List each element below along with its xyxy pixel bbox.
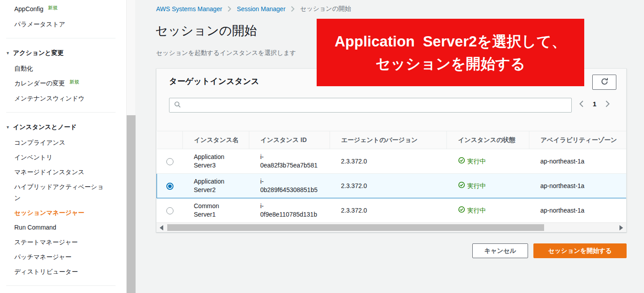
sidebar-divider xyxy=(6,112,116,113)
sidebar-item-label: カレンダーの変更 xyxy=(14,80,65,87)
instance-state-cell: 実行中 xyxy=(447,149,529,174)
sidebar-item-label: Run Command xyxy=(14,224,56,231)
table-row[interactable]: ApplicationServer3 i-0ea82f3b75ea7b581 2… xyxy=(157,149,627,174)
sidebar-item-label: インベントリ xyxy=(14,154,53,161)
column-header-availability-zone: アベイラビリティーゾーン xyxy=(529,131,627,149)
next-page-button[interactable] xyxy=(605,100,610,108)
sidebar-item-parameter-store[interactable]: パラメータストア xyxy=(0,17,126,32)
breadcrumb-link-session-manager[interactable]: Session Manager xyxy=(237,5,285,13)
sidebar-scrollbar-thumb[interactable] xyxy=(127,115,136,293)
chevron-down-icon: ▼ xyxy=(6,125,10,130)
sidebar-item-label: ディストリビューター xyxy=(14,268,78,275)
sidebar-item-maintenance-windows[interactable]: メンテナンスウィンドウ xyxy=(0,91,126,106)
instance-name-cell: CommonServer1 xyxy=(183,198,249,223)
sidebar-item-label: ハイブリッドアクティベーション xyxy=(14,183,103,201)
cancel-button[interactable]: キャンセル xyxy=(472,243,528,258)
annotation-line-1: Application Server2を選択して、 xyxy=(334,33,566,50)
sidebar-item-label: セッションマネージャー xyxy=(14,209,84,216)
scroll-right-arrow-icon[interactable] xyxy=(619,225,623,230)
horizontal-scrollbar-thumb[interactable] xyxy=(167,224,544,231)
sidebar-scrollbar-track[interactable] xyxy=(126,0,135,293)
annotation-overlay: Application Server2を選択して、 セッションを開始する xyxy=(317,19,584,86)
sidebar-item-appconfig[interactable]: AppConfig新規 xyxy=(0,2,126,17)
sidebar-item-label: マネージドインスタンス xyxy=(14,168,84,176)
sidebar-item-state-manager[interactable]: ステートマネージャー xyxy=(0,235,126,250)
status-label: 実行中 xyxy=(467,182,486,190)
sidebar-item-managed-instances[interactable]: マネージドインスタンス xyxy=(0,165,126,180)
annotation-line-2: セッションを開始する xyxy=(376,55,525,73)
sidebar-item-label: AppConfig xyxy=(14,5,43,13)
sidebar-item-label: パラメータストア xyxy=(14,21,65,28)
instance-id-cell: i-0ea82f3b75ea7b581 xyxy=(249,149,330,174)
scroll-left-arrow-icon[interactable] xyxy=(160,225,163,230)
sidebar-item-patch-manager[interactable]: パッチマネージャー xyxy=(0,250,126,264)
sidebar-item-label: ステートマネージャー xyxy=(14,239,78,246)
instance-state-cell: 実行中 xyxy=(447,198,529,223)
sidebar-section-label: アクションと変更 xyxy=(13,49,64,56)
sidebar-item-session-manager[interactable]: セッションマネージャー xyxy=(0,205,126,220)
availability-zone-cell: ap-northeast-1a xyxy=(529,198,627,223)
search-input[interactable] xyxy=(185,102,567,109)
column-header-agent-version: エージェントのバージョン xyxy=(330,131,447,149)
sidebar-item-compliance[interactable]: コンプライアンス xyxy=(0,135,126,150)
chevron-right-icon xyxy=(227,6,231,12)
breadcrumb-link-systems-manager[interactable]: AWS Systems Manager xyxy=(156,5,222,13)
instance-name-cell: ApplicationServer3 xyxy=(183,149,249,174)
sidebar-item-change-calendar[interactable]: カレンダーの変更新規 xyxy=(0,76,126,91)
instance-id-cell: i-0f9e8e110785d131b xyxy=(249,198,330,223)
instances-table: インスタンス名 インスタンス ID エージェントのバージョン インスタンスの状態… xyxy=(157,131,626,223)
new-badge: 新規 xyxy=(70,79,79,84)
page-subtitle: セッションを起動するインスタンスを選択します xyxy=(156,49,296,57)
instance-name-cell: ApplicationServer2 xyxy=(183,174,249,198)
agent-version-cell: 2.3.372.0 xyxy=(330,174,447,198)
search-icon xyxy=(174,101,181,109)
sidebar-section-instances-and-nodes[interactable]: ▼インスタンスとノード xyxy=(0,120,126,135)
sidebar-item-inventory[interactable]: インベントリ xyxy=(0,150,126,165)
breadcrumb: AWS Systems Manager Session Manager セッショ… xyxy=(156,5,351,13)
refresh-icon xyxy=(600,77,609,87)
table-horizontal-scrollbar[interactable] xyxy=(157,222,626,232)
radio-column-header xyxy=(157,131,183,149)
sidebar-item-label: パッチマネージャー xyxy=(14,253,71,260)
status-ok-icon xyxy=(458,181,465,191)
agent-version-cell: 2.3.372.0 xyxy=(330,149,447,174)
new-badge: 新規 xyxy=(48,5,58,10)
status-label: 実行中 xyxy=(467,206,486,215)
target-instances-panel: ターゲットインスタンス 1 xyxy=(156,68,627,232)
previous-page-button[interactable] xyxy=(579,100,584,108)
sidebar-item-distributor[interactable]: ディストリビューター xyxy=(0,264,126,279)
availability-zone-cell: ap-northeast-1a xyxy=(529,174,627,198)
chevron-down-icon: ▼ xyxy=(6,51,10,55)
chevron-right-icon xyxy=(291,6,295,12)
instance-search-box xyxy=(169,98,572,113)
refresh-button[interactable] xyxy=(592,75,616,90)
instances-table-viewport: インスタンス名 インスタンス ID エージェントのバージョン インスタンスの状態… xyxy=(157,131,626,223)
table-row-selected[interactable]: ApplicationServer2 i-0b289f645308851b5 2… xyxy=(157,174,627,198)
panel-title: ターゲットインスタンス xyxy=(169,76,259,87)
row-radio-button-checked[interactable] xyxy=(166,183,173,190)
row-radio-button[interactable] xyxy=(166,207,173,214)
status-ok-icon xyxy=(458,157,465,166)
sidebar-item-automation[interactable]: 自動化 xyxy=(0,61,126,76)
sidebar-item-label: 自動化 xyxy=(14,65,33,72)
sidebar-item-run-command[interactable]: Run Command xyxy=(0,220,126,235)
sidebar-section-actions-and-change[interactable]: ▼アクションと変更 xyxy=(0,46,126,61)
start-session-button[interactable]: セッションを開始する xyxy=(533,243,627,258)
sidebar-item-label: コンプライアンス xyxy=(14,139,66,146)
sidebar-divider xyxy=(6,38,116,38)
instance-state-cell: 実行中 xyxy=(447,174,529,198)
sidebar-item-hybrid-activations[interactable]: ハイブリッドアクティベーション xyxy=(0,180,126,205)
status-ok-icon xyxy=(458,206,465,215)
instance-id-cell: i-0b289f645308851b5 xyxy=(249,174,330,198)
column-header-instance-name: インスタンス名 xyxy=(183,131,249,149)
sidebar-divider xyxy=(6,285,116,286)
sidebar-item-label: メンテナンスウィンドウ xyxy=(14,95,85,102)
page-title: セッションの開始 xyxy=(155,22,257,39)
agent-version-cell: 2.3.372.0 xyxy=(330,198,447,223)
availability-zone-cell: ap-northeast-1a xyxy=(529,149,627,174)
column-header-instance-id: インスタンス ID xyxy=(249,131,330,149)
sidebar: AppConfig新規 パラメータストア ▼アクションと変更 自動化 カレンダー… xyxy=(0,0,126,293)
breadcrumb-current: セッションの開始 xyxy=(300,5,351,13)
row-radio-button[interactable] xyxy=(166,158,173,165)
table-row[interactable]: CommonServer1 i-0f9e8e110785d131b 2.3.37… xyxy=(157,198,627,223)
